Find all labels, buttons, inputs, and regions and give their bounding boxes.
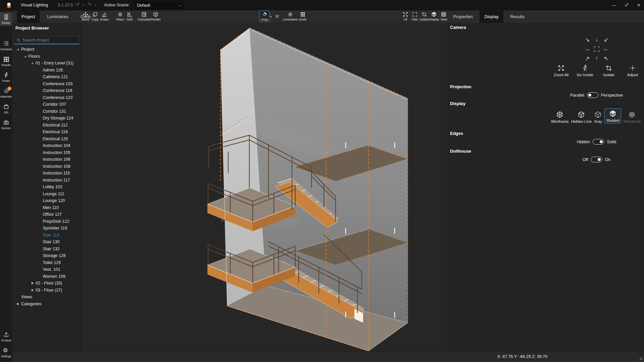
tree-item-admin-126[interactable]: Admin 126 <box>12 67 81 74</box>
active-scene-select[interactable]: Default ⌄ <box>134 1 184 9</box>
tree-item-sprinkler-119[interactable]: Sprinkler 119 <box>12 225 81 232</box>
sidebar-item-design[interactable]: Design <box>0 12 12 26</box>
tree-item-instruction-104[interactable]: Instruction 104 <box>12 142 81 149</box>
toolbar-button-view[interactable]: View <box>439 10 448 21</box>
tree-item-electrical-112[interactable]: Electrical 112 <box>12 122 81 129</box>
edges-toggle[interactable] <box>593 139 604 145</box>
camera-button-isolate[interactable]: Isolate <box>598 64 620 77</box>
toolbar-button-luminaires[interactable]: Luminaires <box>283 10 298 21</box>
tree-item-conference-116[interactable]: Conference 116 <box>12 87 81 94</box>
camera-button-zoom-all[interactable]: Zoom All <box>550 64 572 77</box>
tree-item-01-entry-level-31-[interactable]: 01 - Entry Level (31) <box>12 60 81 67</box>
search-input[interactable]: Search Project <box>14 36 80 44</box>
sidebar-item-settings[interactable]: ⚙Settings <box>0 346 12 359</box>
toolbar-button-isolate[interactable]: Isolate <box>419 10 429 21</box>
restore-button[interactable] <box>625 3 629 8</box>
tree-item-02-floor-33-[interactable]: 02 - Floor (33) <box>12 280 81 287</box>
tree-item-electrical-125[interactable]: Electrical 125 <box>12 136 81 143</box>
sidebar-item-scenes[interactable]: Scenes <box>0 117 12 131</box>
camera-rotate-pad[interactable]: ↘↓↙→←↗↑↖ <box>583 35 611 63</box>
expander-closed-icon[interactable] <box>31 289 34 292</box>
tree-item-corridor-131[interactable]: Corridor 131 <box>12 108 81 115</box>
tree-item-electrical-118[interactable]: Electrical 118 <box>12 128 81 136</box>
camera-button-adjust[interactable]: Adjust <box>622 64 643 77</box>
sidebar-item-power[interactable]: Power <box>0 70 12 84</box>
tree-item-women-109[interactable]: Women 109 <box>12 273 81 280</box>
close-button[interactable]: ✕ <box>637 3 641 8</box>
redo-icon[interactable]: ↻ <box>88 1 92 7</box>
toolbar-button-erase[interactable]: Erase <box>100 10 109 21</box>
expander-closed-icon[interactable] <box>16 302 20 306</box>
camera-arrow-down-right-icon[interactable]: ↘ <box>583 35 592 44</box>
tree-item-cafeteria-121[interactable]: Cafeteria 121 <box>12 73 81 81</box>
expander-closed-icon[interactable] <box>31 281 34 285</box>
toolbar-button-move[interactable]: Move <box>81 10 90 21</box>
minimize-button[interactable]: — <box>612 3 616 8</box>
tree-item-prep-dish-122[interactable]: Prep/Dish 122 <box>12 218 81 225</box>
tree-item-project[interactable]: Project <box>12 46 81 53</box>
toolbar-button-place[interactable]: Place <box>115 10 125 21</box>
tree-item-storage-128[interactable]: Storage 128 <box>12 252 81 259</box>
display-mode-wireframe[interactable]: Wireframe <box>551 111 569 123</box>
tree-item-stair-132[interactable]: Stair 132 <box>12 246 81 253</box>
dollhouse-toggle[interactable] <box>591 157 602 162</box>
tree-item-dry-storage-124[interactable]: Dry Storage 124 <box>12 115 81 122</box>
tree-item-instruction-105[interactable]: Instruction 105 <box>12 149 81 156</box>
toolbar-button-line-weights[interactable] <box>273 10 282 19</box>
snap-dropdown-icon[interactable]: ▾ <box>270 15 272 18</box>
expander-open-icon[interactable] <box>31 61 34 65</box>
tree-item-floors[interactable]: Floors <box>12 53 81 60</box>
toolbar-button-all[interactable]: All <box>401 10 410 21</box>
tree-item-stair-114[interactable]: Stair 114 <box>12 232 81 239</box>
sidebar-item-results[interactable]: Results <box>0 54 12 68</box>
sidebar-item-schedule[interactable]: Schedule <box>0 39 12 52</box>
tree-item-conference-123[interactable]: Conference 123 <box>12 94 81 101</box>
tree-item-vest-101[interactable]: Vest. 101 <box>12 266 81 273</box>
expander-open-icon[interactable] <box>16 48 20 51</box>
camera-button-go-inside[interactable]: Go Inside <box>574 64 596 77</box>
resize-grip-icon[interactable] <box>638 356 643 361</box>
tree-item-lobby-102[interactable]: Lobby 102 <box>12 184 81 191</box>
display-mode-shaded[interactable]: Shaded <box>604 108 621 123</box>
tree-item-instruction-115[interactable]: Instruction 115 <box>12 170 81 177</box>
panel-tab-results[interactable]: Results <box>505 10 529 23</box>
toolbar-button-snap[interactable]: Snap <box>259 10 270 22</box>
tree-item-views[interactable]: Views <box>12 294 81 301</box>
toolbar-button-grids[interactable]: Grids <box>298 10 307 21</box>
display-mode-xray[interactable]: Xray <box>594 111 602 123</box>
redo-dropdown-icon[interactable]: ▾ <box>95 4 96 7</box>
projection-toggle[interactable] <box>587 92 598 98</box>
toolbar-button-grid[interactable]: Grid <box>125 10 134 21</box>
camera-arrow-up-right-icon[interactable]: ↗ <box>583 54 592 63</box>
tree-item-stair-130[interactable]: Stair 130 <box>12 239 81 246</box>
display-mode-hidden-line[interactable]: Hidden Line <box>571 111 592 123</box>
toolbar-button-calculate[interactable]: Calculate <box>138 10 151 21</box>
tree-item-instruction-108[interactable]: Instruction 108 <box>12 163 81 170</box>
camera-arrow-up-icon[interactable]: ↑ <box>592 54 601 63</box>
camera-arrow-down-icon[interactable]: ↓ <box>592 35 601 44</box>
sidebar-item-materials[interactable]: 1Materials <box>0 86 12 100</box>
toolbar-button-render[interactable]: Render <box>151 10 161 21</box>
tree-item-corridor-107[interactable]: Corridor 107 <box>12 101 81 108</box>
camera-arrow-center-target-icon[interactable] <box>592 44 601 54</box>
toolbar-button-plan[interactable]: Plan <box>410 10 419 21</box>
display-mode-rendered[interactable]: Rendered <box>624 111 641 123</box>
undo-dropdown-icon[interactable]: ▾ <box>83 4 84 7</box>
tree-item-men-110[interactable]: Men 110 <box>12 204 81 211</box>
tab-project[interactable]: Project <box>17 10 40 23</box>
undo-icon[interactable]: ↺ <box>76 1 80 7</box>
toolbar-button-display[interactable]: Display <box>429 10 439 21</box>
tree-item-instruction-117[interactable]: Instruction 117 <box>12 177 81 184</box>
tree-item-instruction-106[interactable]: Instruction 106 <box>12 156 81 163</box>
tree-item-lounge-111[interactable]: Lounge 111 <box>12 191 81 198</box>
camera-arrow-left-icon[interactable]: ← <box>601 44 611 54</box>
camera-arrow-right-icon[interactable]: → <box>583 44 592 54</box>
camera-arrow-down-left-icon[interactable]: ↙ <box>601 35 611 44</box>
toolbar-button-copy[interactable]: Copy <box>90 10 100 21</box>
viewport-3d[interactable] <box>81 23 448 351</box>
tree-item-categories[interactable]: Categories <box>12 301 81 308</box>
sidebar-item-to-revit[interactable]: To Revit <box>0 330 12 344</box>
camera-arrow-up-left-icon[interactable]: ↖ <box>601 54 611 63</box>
tree-item-conference-103[interactable]: Conference 103 <box>12 81 81 88</box>
panel-tab-display[interactable]: Display <box>480 10 503 23</box>
